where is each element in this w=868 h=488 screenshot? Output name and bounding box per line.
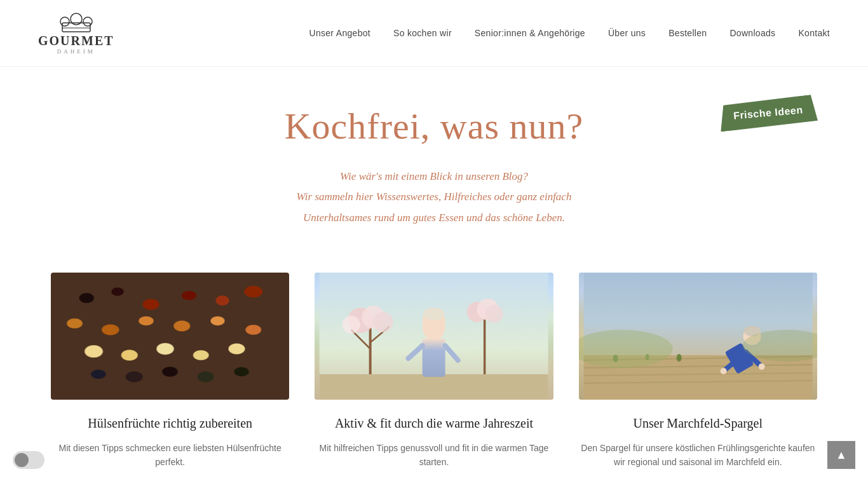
card-image-beans xyxy=(51,273,289,400)
cookie-toggle-thumb xyxy=(15,453,29,467)
site-header: GOURMET DAHEIM Unser Angebot So kochen w… xyxy=(0,0,868,67)
person-visual xyxy=(315,273,553,400)
nav-item-angebot[interactable]: Unser Angebot xyxy=(309,28,370,38)
badge-container: Frische Ideen xyxy=(719,98,817,128)
svg-point-38 xyxy=(720,368,726,374)
card-image-field xyxy=(579,273,817,400)
logo-icon xyxy=(60,11,93,34)
logo[interactable]: GOURMET DAHEIM xyxy=(38,11,114,55)
svg-point-32 xyxy=(676,354,681,362)
card-desc-spargel: Den Spargel für unsere köstlichen Frühli… xyxy=(579,441,817,470)
card-desc-huelsen: Mit diesen Tipps schmecken eure liebsten… xyxy=(51,441,289,470)
field-visual xyxy=(579,273,817,400)
card-huelsen[interactable]: Hülsenfrüchte richtig zubereiten Mit die… xyxy=(51,273,289,470)
hero-subtitle: Wie wär's mit einem Blick in unseren Blo… xyxy=(127,166,741,228)
nav-item-downloads[interactable]: Downloads xyxy=(729,28,775,38)
card-image-person xyxy=(315,273,553,400)
field-scene-svg xyxy=(579,273,817,400)
svg-rect-3 xyxy=(62,23,90,32)
hero-section: Kochfrei, was nun? Wie wär's mit einem B… xyxy=(0,67,868,254)
card-title-aktiv: Aktiv & fit durch die warme Jahreszeit xyxy=(315,415,553,432)
svg-rect-17 xyxy=(320,374,548,400)
svg-point-16 xyxy=(485,305,503,323)
beans-visual xyxy=(51,273,289,400)
nav-item-ueber[interactable]: Über uns xyxy=(608,28,646,38)
person-scene-svg xyxy=(315,273,553,400)
svg-point-0 xyxy=(60,17,69,26)
logo-text-main: GOURMET xyxy=(38,34,114,47)
nav-item-bestellen[interactable]: Bestellen xyxy=(668,28,707,38)
card-spargel[interactable]: Unser Marchfeld-Spargel Den Spargel für … xyxy=(579,273,817,470)
svg-point-11 xyxy=(373,312,393,332)
cookie-toggle[interactable] xyxy=(13,451,44,469)
nav-item-kontakt[interactable]: Kontakt xyxy=(798,28,830,38)
svg-point-12 xyxy=(342,316,360,334)
card-title-spargel: Unser Marchfeld-Spargel xyxy=(579,415,817,432)
scroll-up-button[interactable]: ▲ xyxy=(827,441,855,469)
frische-ideen-badge: Frische Ideen xyxy=(719,94,818,132)
svg-rect-19 xyxy=(423,339,445,377)
logo-text-sub: DAHEIM xyxy=(57,48,95,55)
svg-point-23 xyxy=(423,308,445,320)
card-title-huelsen: Hülsenfrüchte richtig zubereiten xyxy=(51,415,289,432)
main-nav: Unser Angebot So kochen wir Senior:innen… xyxy=(309,28,830,38)
svg-point-39 xyxy=(758,363,764,370)
card-desc-aktiv: Mit hilfreichen Tipps genussvoll und fit… xyxy=(315,441,553,470)
blog-cards-section: Hülsenfrüchte richtig zubereiten Mit die… xyxy=(0,254,868,488)
svg-point-2 xyxy=(83,17,92,26)
hero-title: Kochfrei, was nun? xyxy=(127,105,741,147)
card-aktiv[interactable]: Aktiv & fit durch die warme Jahreszeit M… xyxy=(315,273,553,470)
nav-item-kochen[interactable]: So kochen wir xyxy=(393,28,452,38)
nav-item-senioren[interactable]: Senior:innen & Angehörige xyxy=(475,28,585,38)
